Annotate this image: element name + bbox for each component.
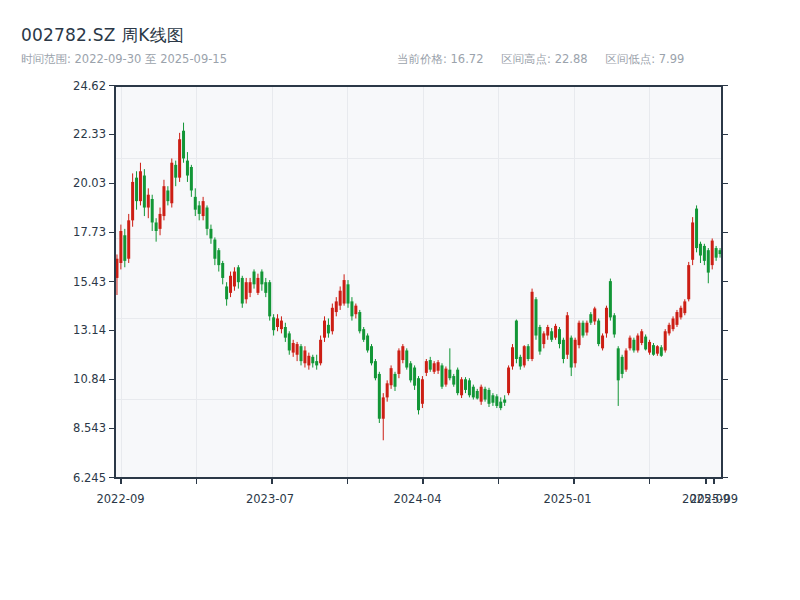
candle-body [519, 357, 522, 367]
candle-body [268, 282, 271, 316]
candle-body [209, 229, 212, 239]
candle-body [413, 368, 416, 386]
candle-body [672, 318, 675, 329]
y-tick-label: 20.03 [73, 176, 106, 190]
candle-body [315, 361, 318, 365]
candle-body [276, 318, 279, 327]
candle-body [636, 336, 639, 351]
candle-body [339, 291, 342, 306]
candle-body [256, 278, 259, 293]
candlestick-chart: 24.6222.3320.0317.7315.4313.1410.848.543… [0, 0, 800, 600]
candle-body [229, 276, 232, 293]
candle-body [166, 190, 169, 201]
x-tick-label: 2024-04 [393, 492, 441, 506]
candle-body [382, 397, 385, 418]
candle-body [609, 281, 612, 317]
candle-body [378, 374, 381, 419]
candle-body [213, 240, 216, 259]
candle-body [241, 278, 244, 304]
candle-body [131, 182, 134, 220]
candle-body [515, 321, 518, 359]
candle-body [292, 343, 295, 353]
candle-body [174, 165, 177, 178]
candle-body [625, 350, 628, 369]
candle-body [170, 163, 173, 204]
candle-body [284, 327, 287, 338]
candle-body [644, 337, 647, 350]
candle-body [507, 368, 510, 394]
y-tick-label: 17.73 [73, 225, 106, 239]
candle-body [437, 362, 440, 371]
candle-body [425, 361, 428, 373]
candle-body [566, 315, 569, 354]
candle-body [574, 340, 577, 363]
candle-body [480, 387, 483, 402]
y-tick-label: 15.43 [73, 275, 106, 289]
candle-body [664, 331, 667, 350]
candle-body [119, 231, 122, 263]
x-tick-label: 2025-09 [690, 492, 738, 506]
candle-body [468, 380, 471, 395]
candle-body [534, 299, 537, 335]
candle-body [260, 272, 263, 285]
candle-body [206, 208, 209, 229]
candle-body [433, 363, 436, 372]
candle-body [307, 356, 310, 366]
candle-body [300, 346, 303, 361]
y-tick-label: 10.84 [73, 372, 106, 386]
candle-body [452, 376, 455, 385]
candle-body [347, 284, 350, 303]
candle-body [628, 338, 631, 349]
x-tick-label: 2025-01 [543, 492, 591, 506]
candle-body [362, 329, 365, 340]
candle-body [323, 321, 326, 338]
candle-body [675, 312, 678, 325]
candle-body [605, 308, 608, 334]
candle-body [370, 346, 373, 363]
candle-body [135, 178, 138, 201]
candle-body [202, 201, 205, 216]
candle-body [652, 345, 655, 355]
candle-body [679, 308, 682, 318]
y-tick-label: 13.14 [73, 323, 106, 337]
candle-body [621, 357, 624, 374]
candle-body [585, 323, 588, 333]
candle-body [421, 379, 424, 404]
candle-body [703, 246, 706, 261]
candle-body [617, 348, 620, 380]
candle-body [198, 205, 201, 214]
candle-body [546, 327, 549, 336]
candle-body [495, 396, 498, 406]
candle-body [558, 329, 561, 344]
candle-body [397, 350, 400, 373]
candle-body [429, 360, 432, 370]
candle-body [253, 272, 256, 285]
y-tick-label: 24.62 [73, 79, 106, 93]
candle-body [460, 379, 463, 395]
candle-body [707, 250, 710, 272]
x-tick-label: 2023-07 [246, 492, 294, 506]
candle-body [613, 315, 616, 334]
candle-body [327, 325, 330, 334]
candle-body [668, 325, 671, 334]
candle-body [601, 336, 604, 349]
candle-body [155, 222, 158, 231]
candle-body [280, 321, 283, 330]
candle-body [523, 346, 526, 365]
candle-body [245, 282, 248, 299]
candle-body [456, 370, 459, 393]
candle-body [691, 222, 694, 259]
candle-body [440, 365, 443, 386]
candle-body [550, 331, 553, 340]
y-tick-label: 6.245 [73, 471, 106, 485]
candle-body [264, 282, 267, 293]
candle-body [699, 244, 702, 256]
candle-body [589, 314, 592, 323]
candle-body [123, 235, 126, 261]
candle-body [562, 340, 565, 359]
candle-body [683, 301, 686, 313]
candle-body [570, 338, 573, 368]
candle-body [143, 176, 146, 208]
candle-body [499, 402, 502, 408]
candle-body [147, 195, 150, 208]
